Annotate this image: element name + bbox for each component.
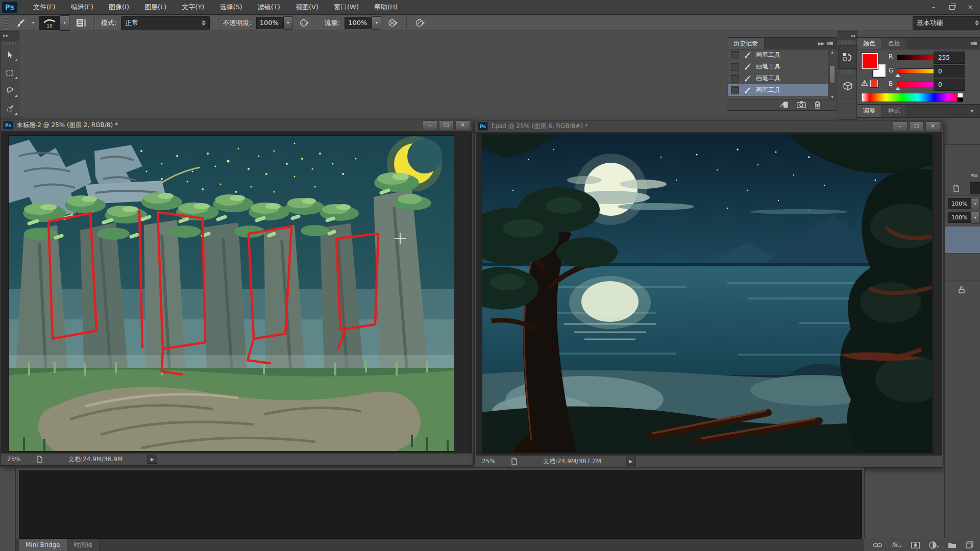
dock-collapse-button[interactable]: ◀◀ [838, 32, 857, 40]
lock-layer-row[interactable] [945, 282, 980, 297]
opacity-dropdown-button[interactable]: ▾ [971, 198, 979, 210]
layer-fill-combo[interactable]: 100% ▾ [948, 212, 979, 224]
canvas-artwork-night-forest[interactable] [9, 136, 454, 451]
dock-grip[interactable] [841, 41, 854, 44]
menu-filter[interactable]: 滤镜(T) [250, 0, 288, 14]
tab-swatches[interactable]: 色板 [882, 38, 907, 49]
mini-bridge-content[interactable] [19, 470, 862, 539]
doc-minimize-button[interactable]: – [893, 121, 908, 131]
history-item-selected[interactable]: 画笔工具 [728, 84, 828, 96]
layer-row[interactable] [945, 253, 980, 281]
tab-timeline[interactable]: 时间轴 [67, 539, 100, 551]
black-chip[interactable] [957, 97, 963, 102]
scrollbar-thumb[interactable] [829, 65, 835, 84]
history-source-checkbox[interactable] [731, 63, 739, 71]
menu-edit[interactable]: 编辑(E) [63, 0, 101, 14]
tab-color[interactable]: 颜色 [857, 38, 882, 49]
new-adjustment-layer-button[interactable]: ▾ [929, 541, 939, 549]
pressure-size-button[interactable] [413, 16, 427, 30]
pressure-opacity-button[interactable] [298, 16, 312, 30]
color-spectrum-ramp[interactable] [861, 93, 963, 102]
document-titlebar[interactable]: Ps 未标题-2 @ 25% (图层 2, RGB/8) * – □ × [1, 119, 473, 132]
menu-help[interactable]: 帮助(H) [366, 0, 405, 14]
red-value-field[interactable]: 255 [934, 52, 965, 64]
panel-menu-icon[interactable]: ▾≡ [826, 40, 833, 47]
new-group-button[interactable] [948, 542, 957, 548]
brush-tool-preset-icon[interactable] [13, 16, 28, 30]
tab-adjustments[interactable]: 调整 [857, 105, 882, 117]
brush-preset-dropdown-button[interactable]: ▾ [60, 15, 69, 31]
menu-image[interactable]: 图像(I) [101, 0, 137, 14]
history-source-checkbox[interactable] [731, 74, 739, 83]
canvas-artwork-night-lake[interactable] [482, 134, 932, 453]
app-close-button[interactable]: × [965, 0, 976, 14]
link-layers-button[interactable] [873, 542, 883, 548]
delete-state-button[interactable] [814, 101, 821, 109]
layer-opacity-combo[interactable]: 100% ▾ [948, 198, 979, 210]
airbrush-toggle-button[interactable] [386, 16, 400, 30]
menu-select[interactable]: 选择(S) [212, 0, 250, 14]
canvas-area[interactable] [1, 132, 472, 454]
history-source-checkbox[interactable] [731, 86, 739, 94]
history-item[interactable]: 画笔工具 [728, 61, 828, 72]
zoom-level-field[interactable]: 25% [476, 458, 506, 465]
tab-mini-bridge[interactable]: Mini Bridge [19, 539, 67, 551]
history-item[interactable]: 画笔工具 [728, 49, 828, 61]
history-item[interactable]: 画笔工具 [728, 72, 828, 84]
new-document-from-state-button[interactable] [780, 101, 789, 109]
scroll-down-icon[interactable]: ▼ [831, 95, 834, 98]
app-restore-button[interactable] [946, 0, 958, 15]
app-minimize-button[interactable]: – [928, 0, 939, 14]
toggle-brush-panel-button[interactable] [74, 16, 88, 30]
status-options-button[interactable]: ▶ [626, 457, 636, 466]
history-scrollbar[interactable]: ▲ ▼ [828, 49, 836, 99]
options-grip[interactable] [5, 17, 8, 29]
canvas-area[interactable] [476, 133, 942, 456]
white-chip[interactable] [957, 93, 963, 97]
doc-maximize-button[interactable]: □ [909, 121, 924, 131]
add-layer-mask-button[interactable] [911, 542, 920, 548]
menu-file[interactable]: 文件(F) [26, 0, 63, 14]
rectangular-marquee-tool[interactable] [1, 64, 19, 82]
properties-panel-dock-button[interactable] [838, 74, 857, 98]
tool-preset-dropdown-icon[interactable]: ▾ [32, 20, 34, 25]
scroll-up-icon[interactable]: ▲ [831, 50, 834, 54]
panel-menu-icon[interactable]: ▾≡ [970, 40, 977, 47]
new-layer-button[interactable] [966, 541, 973, 548]
slider-thumb[interactable] [895, 73, 900, 77]
selected-layer-row[interactable] [945, 227, 980, 253]
blend-mode-select[interactable]: 正常 [121, 16, 210, 30]
menu-type[interactable]: 文字(Y) [174, 0, 212, 14]
fill-dropdown-button[interactable]: ▾ [971, 212, 979, 224]
menu-layer[interactable]: 图层(L) [137, 0, 174, 14]
tools-grip[interactable] [3, 42, 16, 45]
lasso-tool[interactable] [1, 82, 19, 99]
menu-window[interactable]: 窗口(W) [326, 0, 366, 14]
workspace-switcher[interactable]: 基本功能 [913, 16, 980, 30]
doc-maximize-button[interactable]: □ [439, 120, 454, 130]
opacity-combo[interactable]: 100% ▾ [256, 16, 293, 30]
history-panel-dock-button[interactable] [838, 45, 857, 69]
tab-styles[interactable]: 样式 [882, 105, 907, 117]
opacity-dropdown-button[interactable]: ▾ [284, 16, 293, 30]
status-options-button[interactable]: ▶ [147, 455, 157, 464]
menu-view[interactable]: 视图(V) [288, 0, 326, 14]
panel-menu-icon[interactable]: ▾≡ [970, 108, 977, 114]
panel-collapse-icon[interactable]: ▶▶ [818, 41, 824, 46]
flow-combo[interactable]: 100% ▾ [345, 16, 381, 30]
tools-collapse-button[interactable]: ▶▶ [1, 32, 19, 41]
green-value-field[interactable]: 0 [934, 65, 965, 78]
brush-preset-picker[interactable]: 10 ▾ [39, 15, 69, 31]
doc-minimize-button[interactable]: – [423, 120, 437, 130]
history-source-checkbox[interactable] [731, 51, 739, 59]
new-snapshot-button[interactable] [797, 101, 806, 108]
blue-value-field[interactable]: 0 [934, 79, 965, 91]
gamut-color-chip[interactable] [870, 80, 878, 87]
tab-history[interactable]: 历史记录 [727, 38, 765, 49]
layer-style-button[interactable]: fx.▾ [892, 541, 902, 548]
slider-thumb[interactable] [895, 87, 900, 90]
zoom-level-field[interactable]: 25% [1, 456, 32, 463]
quick-selection-tool[interactable] [1, 99, 19, 117]
dock-grip[interactable] [841, 70, 854, 73]
flow-dropdown-button[interactable]: ▾ [372, 16, 381, 30]
